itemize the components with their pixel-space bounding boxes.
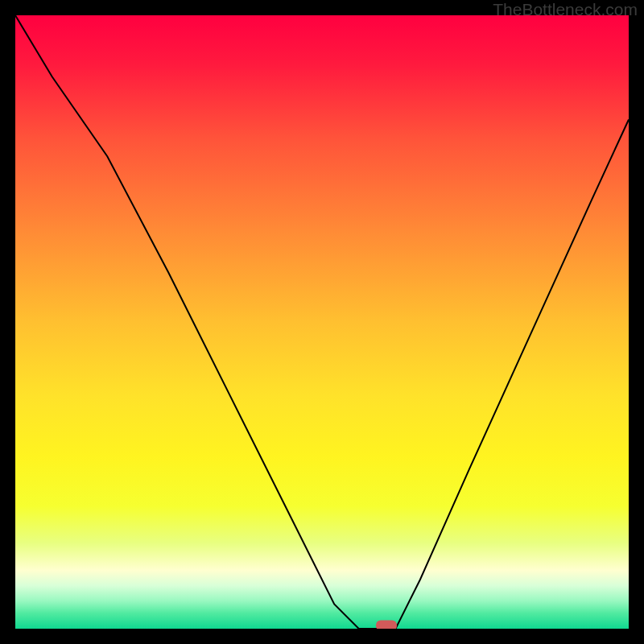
chart-svg	[15, 15, 629, 629]
chart-frame: TheBottleneck.com	[0, 0, 644, 644]
plot-area	[15, 15, 629, 629]
watermark-text: TheBottleneck.com	[493, 0, 638, 19]
optimal-marker	[376, 621, 397, 630]
